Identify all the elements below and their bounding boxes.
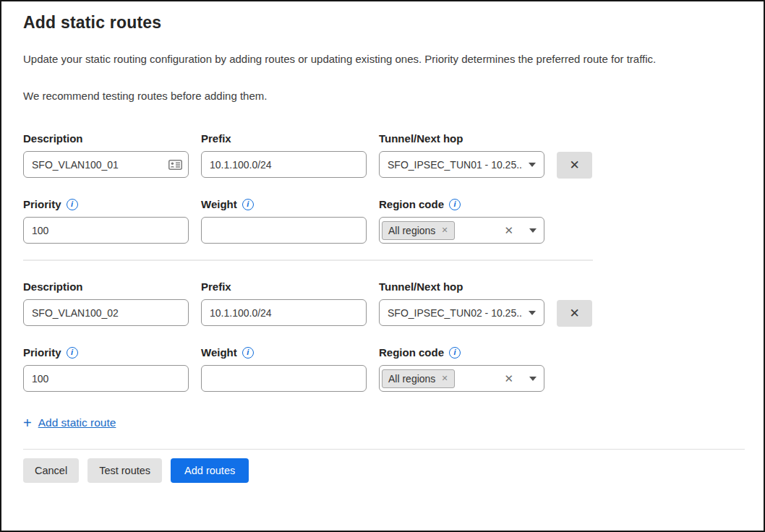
tunnel-select-value: SFO_IPSEC_TUN01 - 10.25... <box>388 159 523 171</box>
close-icon: ✕ <box>569 158 579 173</box>
info-icon[interactable]: i <box>242 347 254 359</box>
info-icon[interactable]: i <box>67 347 78 359</box>
footer-actions: Cancel Test routes Add routes <box>23 458 742 483</box>
prefix-input[interactable] <box>201 299 367 326</box>
add-static-route-link[interactable]: + Add static route <box>23 416 615 430</box>
plus-icon: + <box>23 416 32 430</box>
add-routes-button[interactable]: Add routes <box>171 458 249 483</box>
chevron-down-icon <box>529 163 536 167</box>
prefix-field: Prefix <box>201 280 367 327</box>
priority-input[interactable] <box>23 365 189 392</box>
chip-remove-icon[interactable]: ✕ <box>441 374 448 382</box>
route-group-2: Description Prefix Tunnel/Next hop SFO <box>23 280 615 392</box>
priority-label: Priority <box>23 198 61 210</box>
contact-card-icon[interactable] <box>168 160 182 170</box>
region-field: Region code i All regions ✕ ✕ <box>379 346 544 392</box>
region-chip: All regions ✕ <box>382 221 455 240</box>
prefix-label: Prefix <box>201 132 231 145</box>
prefix-field: Prefix <box>201 132 367 179</box>
intro-text: Update your static routing configuration… <box>23 51 742 66</box>
region-field: Region code i All regions ✕ ✕ <box>379 198 544 244</box>
add-static-route-label: Add static route <box>38 416 116 429</box>
info-icon[interactable]: i <box>449 347 461 359</box>
route-group-divider <box>23 259 593 261</box>
weight-input[interactable] <box>201 217 367 244</box>
info-icon[interactable]: i <box>67 199 78 210</box>
recommendation-text: We recommend testing routes before addin… <box>23 88 742 103</box>
tunnel-select[interactable]: SFO_IPSEC_TUN02 - 10.25... <box>379 299 544 326</box>
clear-selection-icon[interactable]: ✕ <box>504 225 513 236</box>
cancel-button[interactable]: Cancel <box>23 458 79 483</box>
chevron-down-icon <box>529 228 537 233</box>
route-group-1: Description <box>23 132 615 244</box>
weight-label: Weight <box>201 346 237 359</box>
priority-field: Priority i <box>23 346 189 392</box>
region-chip: All regions ✕ <box>382 369 455 388</box>
tunnel-label: Tunnel/Next hop <box>379 280 463 293</box>
info-icon[interactable]: i <box>449 199 461 210</box>
info-icon[interactable]: i <box>242 199 254 210</box>
footer-divider <box>23 449 745 450</box>
description-input[interactable] <box>23 299 189 326</box>
weight-input[interactable] <box>201 365 367 392</box>
region-label: Region code <box>379 346 444 359</box>
remove-route-button[interactable]: ✕ <box>557 300 592 327</box>
region-chip-label: All regions <box>388 373 435 385</box>
chevron-down-icon <box>529 377 537 381</box>
description-label: Description <box>23 132 83 145</box>
remove-route-button[interactable]: ✕ <box>557 152 592 179</box>
page-title: Add static routes <box>23 13 742 33</box>
prefix-label: Prefix <box>201 280 231 293</box>
region-multiselect[interactable]: All regions ✕ ✕ <box>379 365 544 392</box>
weight-field: Weight i <box>201 198 367 244</box>
add-static-routes-dialog: Add static routes Update your static rou… <box>1 1 764 483</box>
chevron-down-icon <box>529 311 536 315</box>
tunnel-field: Tunnel/Next hop SFO_IPSEC_TUN02 - 10.25.… <box>379 280 544 327</box>
weight-label: Weight <box>201 198 237 210</box>
tunnel-select[interactable]: SFO_IPSEC_TUN01 - 10.25... <box>379 151 544 178</box>
routes-form: Description <box>23 132 615 430</box>
clear-selection-icon[interactable]: ✕ <box>504 373 513 384</box>
priority-field: Priority i <box>23 198 189 244</box>
description-field: Description <box>23 132 189 179</box>
description-label: Description <box>23 280 83 293</box>
prefix-input[interactable] <box>201 151 367 178</box>
weight-field: Weight i <box>201 346 367 392</box>
tunnel-select-value: SFO_IPSEC_TUN02 - 10.25... <box>388 307 523 319</box>
description-field: Description <box>23 280 189 327</box>
description-input[interactable] <box>23 151 189 178</box>
description-input-wrap <box>23 151 189 178</box>
priority-label: Priority <box>23 346 61 359</box>
tunnel-field: Tunnel/Next hop SFO_IPSEC_TUN01 - 10.25.… <box>379 132 544 179</box>
region-chip-label: All regions <box>388 225 435 236</box>
close-icon: ✕ <box>569 306 579 321</box>
region-multiselect[interactable]: All regions ✕ ✕ <box>379 217 544 244</box>
tunnel-label: Tunnel/Next hop <box>379 132 463 145</box>
chip-remove-icon[interactable]: ✕ <box>441 226 448 234</box>
priority-input[interactable] <box>23 217 189 244</box>
test-routes-button[interactable]: Test routes <box>87 458 162 483</box>
region-label: Region code <box>379 198 444 210</box>
